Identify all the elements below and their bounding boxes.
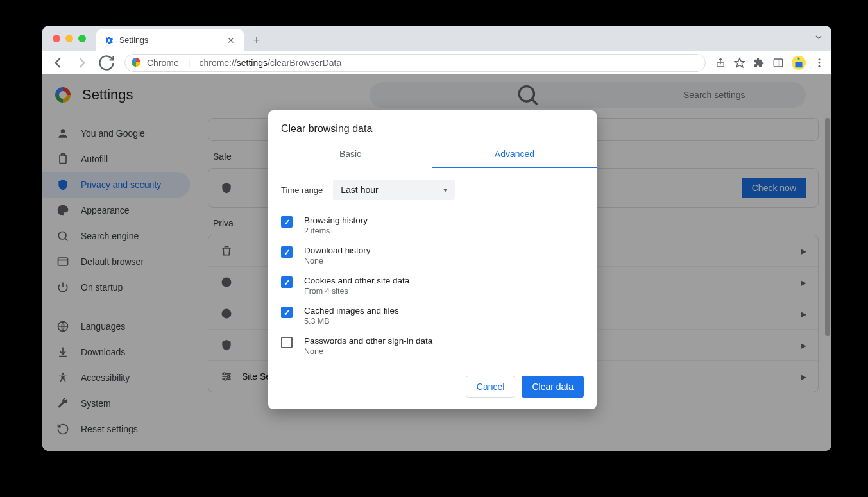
browser-window: Settings ✕ + Chrome | chrome://settings/… bbox=[42, 26, 831, 451]
toolbar: Chrome | chrome://settings/clearBrowserD… bbox=[42, 51, 831, 74]
reload-button[interactable] bbox=[98, 54, 115, 72]
tab-advanced[interactable]: Advanced bbox=[432, 142, 597, 168]
svg-rect-2 bbox=[774, 59, 783, 67]
check-item-subtitle: None bbox=[304, 347, 432, 356]
tab-search-button[interactable] bbox=[813, 32, 824, 45]
window-controls bbox=[50, 26, 91, 51]
check-row-3: Cached images and files5.3 MB bbox=[281, 301, 584, 331]
dialog-footer: Cancel Clear data bbox=[268, 367, 597, 409]
checkbox[interactable] bbox=[281, 276, 293, 288]
svg-point-4 bbox=[819, 58, 821, 60]
check-item-subtitle: 2 items bbox=[304, 226, 368, 235]
check-item-title: Browsing history bbox=[304, 215, 368, 225]
bookmark-star-icon[interactable] bbox=[734, 57, 745, 69]
checkbox[interactable] bbox=[281, 307, 293, 318]
svg-marker-1 bbox=[735, 58, 745, 67]
checkbox[interactable] bbox=[281, 216, 293, 228]
chrome-icon bbox=[132, 58, 142, 68]
time-range-select[interactable]: Last hour bbox=[333, 180, 455, 200]
browser-tab[interactable]: Settings ✕ bbox=[96, 29, 244, 51]
check-row-4: Passwords and other sign-in dataNone bbox=[281, 331, 584, 361]
close-window-button[interactable] bbox=[53, 35, 60, 42]
fullscreen-window-button[interactable] bbox=[78, 35, 86, 42]
check-item-title: Download history bbox=[304, 246, 371, 255]
check-row-1: Download historyNone bbox=[281, 240, 584, 271]
clear-browsing-data-dialog: Clear browsing data Basic Advanced Time … bbox=[268, 110, 597, 409]
dialog-title: Clear browsing data bbox=[268, 110, 597, 142]
tab-basic[interactable]: Basic bbox=[268, 142, 432, 168]
check-item-subtitle: 5.3 MB bbox=[304, 317, 399, 326]
cancel-button[interactable]: Cancel bbox=[466, 376, 516, 398]
url-path: chrome://settings/clearBrowserData bbox=[199, 58, 341, 68]
check-item-title: Passwords and other sign-in data bbox=[304, 336, 432, 346]
check-item-title: Cookies and other site data bbox=[304, 276, 409, 285]
new-tab-button[interactable]: + bbox=[248, 31, 266, 49]
back-button[interactable] bbox=[49, 54, 67, 72]
page-content: Settings You and Google Autofill Privacy… bbox=[42, 74, 831, 451]
check-item-subtitle: From 4 sites bbox=[304, 287, 409, 296]
checkbox[interactable] bbox=[281, 246, 293, 258]
dialog-tabs: Basic Advanced bbox=[268, 142, 597, 168]
menu-icon[interactable] bbox=[813, 57, 825, 69]
gear-icon bbox=[104, 35, 114, 46]
close-tab-button[interactable]: ✕ bbox=[226, 35, 236, 46]
tab-title: Settings bbox=[119, 36, 221, 45]
share-icon[interactable] bbox=[715, 57, 726, 69]
tab-strip: Settings ✕ + bbox=[42, 26, 831, 51]
clear-data-button[interactable]: Clear data bbox=[522, 376, 584, 398]
svg-point-5 bbox=[819, 62, 821, 63]
dialog-body: Time range Last hour Browsing history2 i… bbox=[268, 168, 597, 367]
address-bar[interactable]: Chrome | chrome://settings/clearBrowserD… bbox=[124, 54, 706, 72]
url-origin: Chrome bbox=[147, 58, 179, 68]
forward-button[interactable] bbox=[73, 54, 91, 72]
svg-point-6 bbox=[819, 65, 821, 67]
extensions-icon[interactable] bbox=[753, 57, 765, 69]
minimize-window-button[interactable] bbox=[65, 35, 73, 42]
profile-avatar[interactable] bbox=[792, 56, 806, 70]
check-item-subtitle: None bbox=[304, 257, 371, 265]
side-panel-icon[interactable] bbox=[772, 57, 784, 69]
check-item-title: Cached images and files bbox=[304, 306, 399, 316]
check-row-5: Autofill form data bbox=[281, 361, 584, 367]
time-range-label: Time range bbox=[281, 185, 323, 195]
check-row-2: Cookies and other site dataFrom 4 sites bbox=[281, 271, 584, 301]
checkbox[interactable] bbox=[281, 337, 293, 348]
check-row-0: Browsing history2 items bbox=[281, 210, 584, 240]
